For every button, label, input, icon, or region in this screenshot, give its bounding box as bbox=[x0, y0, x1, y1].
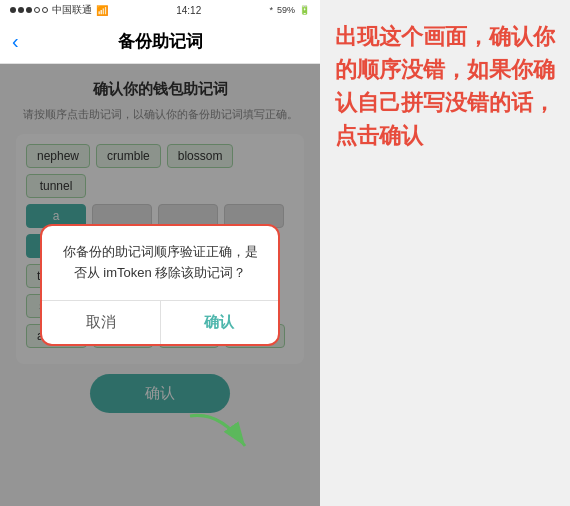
dialog-buttons: 取消 确认 bbox=[42, 300, 278, 344]
battery-label: 59% bbox=[277, 5, 295, 15]
signal-dots bbox=[10, 7, 48, 13]
battery-icon: 🔋 bbox=[299, 5, 310, 15]
annotation-text: 出现这个画面，确认你的顺序没错，如果你确认自己拼写没错的话，点击确认 bbox=[335, 20, 555, 152]
back-button[interactable]: ‹ bbox=[12, 30, 19, 53]
bluetooth-icon: * bbox=[269, 5, 273, 15]
dialog-message: 你备份的助记词顺序验证正确，是否从 imToken 移除该助记词？ bbox=[58, 242, 262, 284]
dialog-body: 你备份的助记词顺序验证正确，是否从 imToken 移除该助记词？ bbox=[42, 226, 278, 300]
dialog-ok-button[interactable]: 确认 bbox=[161, 301, 279, 344]
nav-bar: ‹ 备份助记词 bbox=[0, 20, 320, 64]
dialog-box: 你备份的助记词顺序验证正确，是否从 imToken 移除该助记词？ 取消 确认 bbox=[40, 224, 280, 346]
dialog-overlay: 你备份的助记词顺序验证正确，是否从 imToken 移除该助记词？ 取消 确认 bbox=[0, 64, 320, 506]
status-bar: 中国联通 📶 14:12 * 59% 🔋 bbox=[0, 0, 320, 20]
phone-frame: 中国联通 📶 14:12 * 59% 🔋 ‹ 备份助记词 确认你的钱包助记词 请… bbox=[0, 0, 320, 506]
main-content: 确认你的钱包助记词 请按顺序点击助记词，以确认你的备份助记词填写正确。 neph… bbox=[0, 64, 320, 506]
wifi-icon: 📶 bbox=[96, 5, 108, 16]
carrier-label: 中国联通 bbox=[52, 3, 92, 17]
arrow-annotation bbox=[180, 406, 260, 466]
time-label: 14:12 bbox=[176, 5, 201, 16]
dialog-cancel-button[interactable]: 取消 bbox=[42, 301, 161, 344]
annotation-panel: 出现这个画面，确认你的顺序没错，如果你确认自己拼写没错的话，点击确认 bbox=[320, 0, 570, 506]
nav-title: 备份助记词 bbox=[118, 30, 203, 53]
